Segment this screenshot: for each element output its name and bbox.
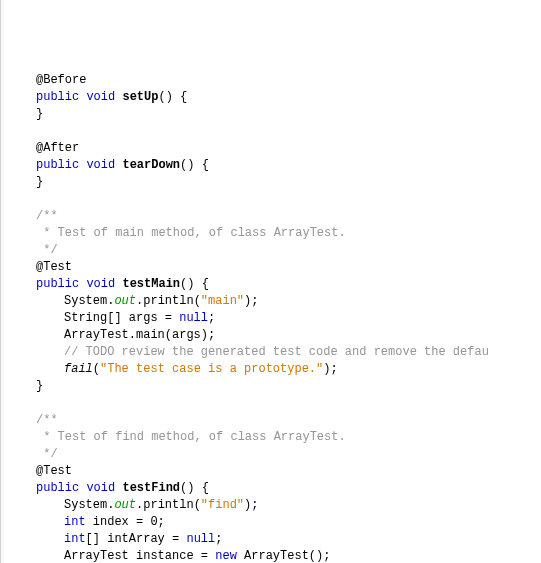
code-line: public void testFind() { [8,480,541,497]
code-token: ; [215,532,222,546]
code-token: out [114,498,136,512]
code-token: ArrayTest.main(args); [64,328,215,342]
code-token: testMain [122,277,180,291]
code-token: public [36,90,79,104]
code-token: tearDown [122,158,180,172]
code-token: void [86,277,115,291]
code-token: fail [64,362,93,376]
code-token: public [36,481,79,495]
code-token: index = 0; [86,515,165,529]
code-line [8,123,541,140]
code-line: } [8,174,541,191]
code-token: void [86,158,115,172]
code-line: int index = 0; [8,514,541,531]
code-token: */ [36,447,58,461]
code-token: System. [64,498,114,512]
code-line: public void tearDown() { [8,157,541,174]
code-token: "main" [201,294,244,308]
code-token: setUp [122,90,158,104]
code-line: // TODO review the generated test code a… [8,344,541,361]
code-line: ArrayTest instance = new ArrayTest(); [8,548,541,563]
code-token: } [36,175,43,189]
code-token: } [36,379,43,393]
code-token: /** [36,413,58,427]
code-line: /** [8,412,541,429]
code-token: public [36,158,79,172]
code-line: public void setUp() { [8,89,541,106]
code-token: .println( [136,498,201,512]
code-line: } [8,378,541,395]
code-line: ArrayTest.main(args); [8,327,541,344]
code-token: */ [36,243,58,257]
code-token: @Test [36,464,72,478]
code-token: ArrayTest instance = [64,549,215,563]
code-line: @Test [8,259,541,276]
code-line: * Test of main method, of class ArrayTes… [8,225,541,242]
code-token: ); [244,498,258,512]
code-token: "The test case is a prototype." [100,362,323,376]
code-token: .println( [136,294,201,308]
code-token: out [114,294,136,308]
code-token: void [86,481,115,495]
code-token: * Test of main method, of class ArrayTes… [36,226,346,240]
code-line: * Test of find method, of class ArrayTes… [8,429,541,446]
code-token: () { [180,158,209,172]
code-line: */ [8,242,541,259]
code-line: @Test [8,463,541,480]
code-token: null [186,532,215,546]
code-line: /** [8,208,541,225]
code-token: @After [36,141,79,155]
code-token: () { [180,277,209,291]
code-line: String[] args = null; [8,310,541,327]
code-line: System.out.println("main"); [8,293,541,310]
code-line: @Before [8,72,541,89]
code-line [8,191,541,208]
code-token: ); [323,362,337,376]
code-token: testFind [122,481,180,495]
code-line: int[] intArray = null; [8,531,541,548]
code-line [8,395,541,412]
code-token: () { [180,481,209,495]
code-token: () { [158,90,187,104]
code-token: /** [36,209,58,223]
code-token: null [179,311,208,325]
code-token: int [64,515,86,529]
code-line: } [8,106,541,123]
code-token: * Test of find method, of class ArrayTes… [36,430,346,444]
code-line: */ [8,446,541,463]
code-token: new [215,549,237,563]
code-token: String[] args = [64,311,179,325]
code-token: ( [93,362,100,376]
code-token: ArrayTest(); [237,549,331,563]
code-line: fail("The test case is a prototype."); [8,361,541,378]
code-token: ; [208,311,215,325]
code-token: "find" [201,498,244,512]
code-token: @Before [36,73,86,87]
code-token: @Test [36,260,72,274]
code-token: System. [64,294,114,308]
code-token: ); [244,294,258,308]
code-line: System.out.println("find"); [8,497,541,514]
code-block: @Beforepublic void setUp() {} @Afterpubl… [8,72,541,563]
code-token: public [36,277,79,291]
code-line: public void testMain() { [8,276,541,293]
code-token: // TODO review the generated test code a… [64,345,489,359]
code-token: } [36,107,43,121]
code-token: void [86,90,115,104]
code-token: [] intArray = [86,532,187,546]
code-line: @After [8,140,541,157]
code-token: int [64,532,86,546]
